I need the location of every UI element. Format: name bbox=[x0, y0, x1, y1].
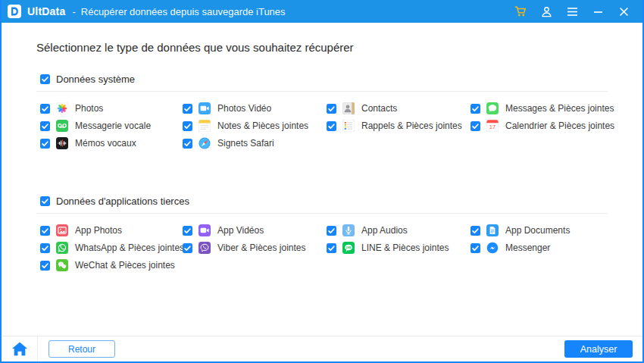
item-checkbox[interactable] bbox=[183, 104, 192, 114]
item-checkbox[interactable] bbox=[327, 104, 336, 114]
line-icon: LINE bbox=[342, 242, 355, 254]
data-type-item[interactable]: App Photos bbox=[40, 224, 183, 236]
item-label: Messagerie vocale bbox=[75, 120, 151, 131]
item-checkbox[interactable] bbox=[40, 261, 50, 271]
minimize-icon[interactable] bbox=[588, 2, 608, 21]
data-type-item[interactable]: Photos Vidéo bbox=[183, 102, 327, 114]
account-icon[interactable] bbox=[536, 2, 556, 21]
section-checkbox[interactable] bbox=[40, 196, 50, 206]
footer-bar: Retour Analyser bbox=[2, 336, 642, 361]
item-checkbox[interactable] bbox=[40, 121, 50, 131]
svg-text:17: 17 bbox=[489, 124, 496, 130]
section-divider bbox=[36, 213, 608, 214]
messenger-icon bbox=[486, 242, 499, 254]
photos-app-icon bbox=[56, 102, 68, 114]
calendar-icon: 17 bbox=[486, 120, 499, 132]
data-type-item[interactable]: 17Calendrier & Pièces jointes bbox=[470, 120, 614, 132]
item-label: App Photos bbox=[75, 225, 122, 236]
wechat-icon bbox=[56, 259, 68, 271]
data-type-item[interactable]: Notes & Pièces jointes bbox=[183, 120, 327, 132]
back-button[interactable]: Retour bbox=[48, 340, 115, 358]
item-checkbox[interactable] bbox=[470, 121, 480, 131]
title-separator: - bbox=[72, 6, 75, 17]
item-label: Photos Vidéo bbox=[217, 103, 271, 114]
data-type-item[interactable]: App Documents bbox=[470, 224, 608, 236]
item-checkbox[interactable] bbox=[470, 243, 480, 253]
section-divider bbox=[36, 91, 608, 92]
data-type-item[interactable]: Signets Safari bbox=[183, 137, 327, 149]
ultdata-logo-icon bbox=[8, 5, 21, 18]
item-label: Viber & Pièces jointes bbox=[217, 243, 306, 253]
item-checkbox[interactable] bbox=[40, 104, 50, 114]
section-third-party-data: Données d'applications tierces App Photo… bbox=[36, 196, 608, 271]
photos-video-icon bbox=[199, 102, 211, 114]
data-type-item[interactable]: Contacts bbox=[327, 102, 470, 114]
svg-text:LINE: LINE bbox=[345, 246, 351, 249]
app-name: UltData bbox=[27, 5, 65, 17]
section-checkbox[interactable] bbox=[40, 74, 50, 84]
item-label: Signets Safari bbox=[217, 138, 274, 149]
data-type-item[interactable]: Viber & Pièces jointes bbox=[183, 242, 327, 254]
window-subtitle: Récupérer données depuis sauvegarde iTun… bbox=[81, 6, 286, 17]
item-checkbox[interactable] bbox=[183, 226, 192, 236]
data-type-grid: PhotosPhotos VidéoContactsMessages & Piè… bbox=[40, 102, 608, 149]
item-checkbox[interactable] bbox=[183, 121, 192, 131]
item-checkbox[interactable] bbox=[40, 226, 50, 236]
contacts-icon bbox=[342, 102, 355, 114]
reminders-icon bbox=[342, 120, 355, 132]
notes-icon bbox=[199, 120, 211, 132]
data-type-item[interactable]: Messagerie vocale bbox=[40, 120, 183, 132]
item-checkbox[interactable] bbox=[327, 121, 336, 131]
cart-icon[interactable] bbox=[511, 2, 530, 21]
voicemail-icon bbox=[56, 120, 68, 132]
home-icon bbox=[11, 341, 29, 357]
data-type-item[interactable]: Messenger bbox=[470, 242, 608, 254]
item-checkbox[interactable] bbox=[327, 226, 336, 236]
app-videos-icon bbox=[199, 224, 211, 236]
close-icon[interactable] bbox=[614, 2, 633, 21]
data-type-item[interactable]: App Vidéos bbox=[183, 224, 327, 236]
titlebar-actions bbox=[511, 2, 633, 21]
item-label: App Audios bbox=[361, 225, 408, 236]
item-checkbox[interactable] bbox=[327, 243, 336, 253]
item-checkbox[interactable] bbox=[40, 139, 50, 149]
app-documents-icon bbox=[486, 224, 499, 236]
item-label: WeChat & Pièces jointes bbox=[75, 260, 175, 271]
analyze-button[interactable]: Analyser bbox=[564, 340, 633, 358]
page-title: Sélectionnez le type de données que vous… bbox=[36, 41, 608, 54]
menu-icon[interactable] bbox=[562, 2, 582, 21]
item-label: WhatsApp & Pièces jointes bbox=[75, 243, 184, 253]
item-checkbox[interactable] bbox=[470, 226, 480, 236]
data-type-item[interactable]: LINELINE & Pièces jointes bbox=[327, 242, 470, 254]
item-label: Mémos vocaux bbox=[75, 138, 136, 149]
item-label: Photos bbox=[75, 103, 103, 114]
data-type-item[interactable]: Photos bbox=[40, 102, 183, 114]
section-title: Données système bbox=[56, 74, 135, 85]
messages-icon bbox=[486, 102, 499, 114]
item-label: Rappels & Pièces jointes bbox=[361, 120, 462, 131]
voice-memos-icon bbox=[56, 137, 68, 149]
item-checkbox[interactable] bbox=[183, 139, 192, 149]
item-checkbox[interactable] bbox=[183, 243, 192, 253]
item-checkbox[interactable] bbox=[40, 243, 50, 253]
data-type-item[interactable]: WeChat & Pièces jointes bbox=[40, 259, 183, 271]
title-bar: UltData - Récupérer données depuis sauve… bbox=[0, 0, 644, 23]
data-type-item[interactable]: Messages & Pièces jointes bbox=[470, 102, 614, 114]
data-type-item[interactable]: App Audios bbox=[327, 224, 470, 236]
safari-icon bbox=[199, 137, 211, 149]
item-label: Messages & Pièces jointes bbox=[505, 103, 614, 114]
data-type-item[interactable]: WhatsApp & Pièces jointes bbox=[40, 242, 183, 254]
home-button[interactable] bbox=[2, 336, 38, 361]
item-label: App Vidéos bbox=[217, 225, 264, 236]
app-photos-icon bbox=[56, 224, 68, 236]
app-audios-icon bbox=[342, 224, 355, 236]
item-label: LINE & Pièces jointes bbox=[361, 243, 449, 253]
whatsapp-icon bbox=[56, 242, 68, 254]
item-label: Contacts bbox=[361, 103, 397, 114]
data-type-item[interactable]: Mémos vocaux bbox=[40, 137, 183, 149]
item-label: Calendrier & Pièces jointes bbox=[505, 120, 614, 131]
item-checkbox[interactable] bbox=[470, 104, 480, 114]
data-type-item[interactable]: Rappels & Pièces jointes bbox=[327, 120, 470, 132]
item-label: App Documents bbox=[505, 225, 570, 236]
item-label: Notes & Pièces jointes bbox=[217, 120, 308, 131]
